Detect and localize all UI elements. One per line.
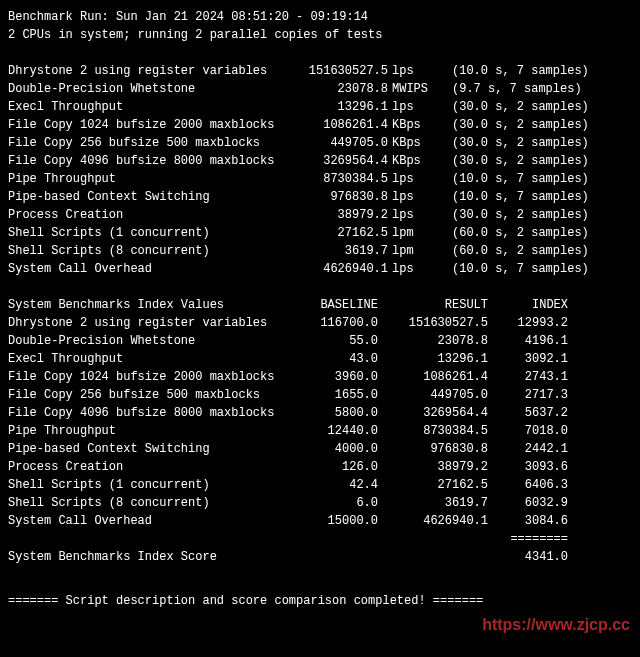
index-row: Execl Throughput43.013296.13092.1	[8, 350, 632, 368]
index-row: Double-Precision Whetstone55.023078.8419…	[8, 332, 632, 350]
test-value: 976830.8	[298, 188, 388, 206]
index-result: 1086261.4	[378, 368, 488, 386]
test-time: (60.0 s, 2 samples)	[438, 242, 589, 260]
index-index: 7018.0	[488, 422, 568, 440]
index-name: Execl Throughput	[8, 350, 298, 368]
index-baseline: 6.0	[298, 494, 378, 512]
test-value: 3619.7	[298, 242, 388, 260]
test-name: File Copy 1024 bufsize 2000 maxblocks	[8, 116, 298, 134]
test-time: (10.0 s, 7 samples)	[438, 170, 589, 188]
index-baseline: 3960.0	[298, 368, 378, 386]
test-name: Pipe Throughput	[8, 170, 298, 188]
index-name: System Call Overhead	[8, 512, 298, 530]
test-row: Shell Scripts (1 concurrent)27162.5lpm(6…	[8, 224, 632, 242]
test-time: (9.7 s, 7 samples)	[438, 80, 582, 98]
test-value: 151630527.5	[298, 62, 388, 80]
watermark-text: https://www.zjcp.cc	[482, 613, 630, 637]
test-unit: lps	[388, 170, 438, 188]
index-result: 3619.7	[378, 494, 488, 512]
index-index: 6406.3	[488, 476, 568, 494]
index-baseline: 12440.0	[298, 422, 378, 440]
test-name: Shell Scripts (8 concurrent)	[8, 242, 298, 260]
test-row: File Copy 4096 bufsize 8000 maxblocks326…	[8, 152, 632, 170]
cpus-line: 2 CPUs in system; running 2 parallel cop…	[8, 26, 632, 44]
test-name: Shell Scripts (1 concurrent)	[8, 224, 298, 242]
test-name: Double-Precision Whetstone	[8, 80, 298, 98]
test-row: Pipe-based Context Switching976830.8lps(…	[8, 188, 632, 206]
test-row: File Copy 1024 bufsize 2000 maxblocks108…	[8, 116, 632, 134]
index-row: Process Creation126.038979.23093.6	[8, 458, 632, 476]
score-value: 4341.0	[488, 548, 568, 566]
index-index: 5637.2	[488, 404, 568, 422]
separator-text: ========	[488, 530, 568, 548]
index-baseline: 116700.0	[298, 314, 378, 332]
test-row: File Copy 256 bufsize 500 maxblocks44970…	[8, 134, 632, 152]
index-baseline: 15000.0	[298, 512, 378, 530]
test-row: Double-Precision Whetstone23078.8MWIPS(9…	[8, 80, 632, 98]
index-result: 13296.1	[378, 350, 488, 368]
index-index: 3093.6	[488, 458, 568, 476]
index-baseline: 42.4	[298, 476, 378, 494]
test-time: (30.0 s, 2 samples)	[438, 206, 589, 224]
test-row: System Call Overhead4626940.1lps(10.0 s,…	[8, 260, 632, 278]
test-time: (30.0 s, 2 samples)	[438, 98, 589, 116]
test-value: 3269564.4	[298, 152, 388, 170]
index-result: 4626940.1	[378, 512, 488, 530]
test-row: Shell Scripts (8 concurrent)3619.7lpm(60…	[8, 242, 632, 260]
blank-line	[8, 278, 632, 296]
index-name: Pipe Throughput	[8, 422, 298, 440]
tests-table: Dhrystone 2 using register variables1516…	[8, 62, 632, 278]
test-unit: lps	[388, 188, 438, 206]
index-row: Dhrystone 2 using register variables1167…	[8, 314, 632, 332]
test-value: 23078.8	[298, 80, 388, 98]
index-name: File Copy 256 bufsize 500 maxblocks	[8, 386, 298, 404]
test-time: (10.0 s, 7 samples)	[438, 260, 589, 278]
test-unit: lps	[388, 260, 438, 278]
index-header-index: INDEX	[488, 296, 568, 314]
completion-line: ======= Script description and score com…	[8, 592, 632, 610]
benchmark-run-line: Benchmark Run: Sun Jan 21 2024 08:51:20 …	[8, 8, 632, 26]
index-result: 27162.5	[378, 476, 488, 494]
test-name: Pipe-based Context Switching	[8, 188, 298, 206]
index-baseline: 43.0	[298, 350, 378, 368]
test-name: File Copy 256 bufsize 500 maxblocks	[8, 134, 298, 152]
index-name: Shell Scripts (1 concurrent)	[8, 476, 298, 494]
test-row: Process Creation38979.2lps(30.0 s, 2 sam…	[8, 206, 632, 224]
test-unit: lpm	[388, 224, 438, 242]
test-time: (10.0 s, 7 samples)	[438, 62, 589, 80]
test-row: Dhrystone 2 using register variables1516…	[8, 62, 632, 80]
index-result: 151630527.5	[378, 314, 488, 332]
index-row: File Copy 1024 bufsize 2000 maxblocks396…	[8, 368, 632, 386]
index-index: 2743.1	[488, 368, 568, 386]
index-name: Pipe-based Context Switching	[8, 440, 298, 458]
test-row: Pipe Throughput8730384.5lps(10.0 s, 7 sa…	[8, 170, 632, 188]
index-name: Process Creation	[8, 458, 298, 476]
test-name: System Call Overhead	[8, 260, 298, 278]
index-table: Dhrystone 2 using register variables1167…	[8, 314, 632, 530]
index-index: 6032.9	[488, 494, 568, 512]
blank-line	[8, 44, 632, 62]
index-name: Double-Precision Whetstone	[8, 332, 298, 350]
index-index: 3092.1	[488, 350, 568, 368]
test-value: 8730384.5	[298, 170, 388, 188]
index-baseline: 4000.0	[298, 440, 378, 458]
index-row: Shell Scripts (1 concurrent)42.427162.56…	[8, 476, 632, 494]
index-name: Dhrystone 2 using register variables	[8, 314, 298, 332]
test-value: 449705.0	[298, 134, 388, 152]
index-row: File Copy 4096 bufsize 8000 maxblocks580…	[8, 404, 632, 422]
index-result: 3269564.4	[378, 404, 488, 422]
test-value: 38979.2	[298, 206, 388, 224]
index-result: 8730384.5	[378, 422, 488, 440]
test-name: Process Creation	[8, 206, 298, 224]
test-unit: lpm	[388, 242, 438, 260]
test-name: Dhrystone 2 using register variables	[8, 62, 298, 80]
score-row: System Benchmarks Index Score 4341.0	[8, 548, 632, 566]
test-time: (60.0 s, 2 samples)	[438, 224, 589, 242]
index-name: Shell Scripts (8 concurrent)	[8, 494, 298, 512]
index-result: 976830.8	[378, 440, 488, 458]
index-result: 449705.0	[378, 386, 488, 404]
index-row: System Call Overhead15000.04626940.13084…	[8, 512, 632, 530]
index-index: 2442.1	[488, 440, 568, 458]
index-baseline: 126.0	[298, 458, 378, 476]
index-baseline: 55.0	[298, 332, 378, 350]
